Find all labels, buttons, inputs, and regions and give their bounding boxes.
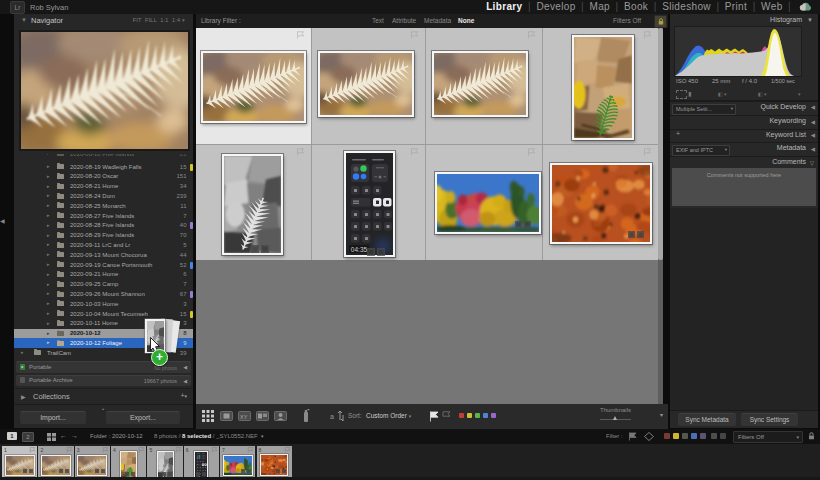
svg-text:a: a bbox=[330, 413, 334, 420]
svg-text:04:35: 04:35 bbox=[351, 246, 368, 253]
svg-text:XY: XY bbox=[240, 414, 248, 420]
